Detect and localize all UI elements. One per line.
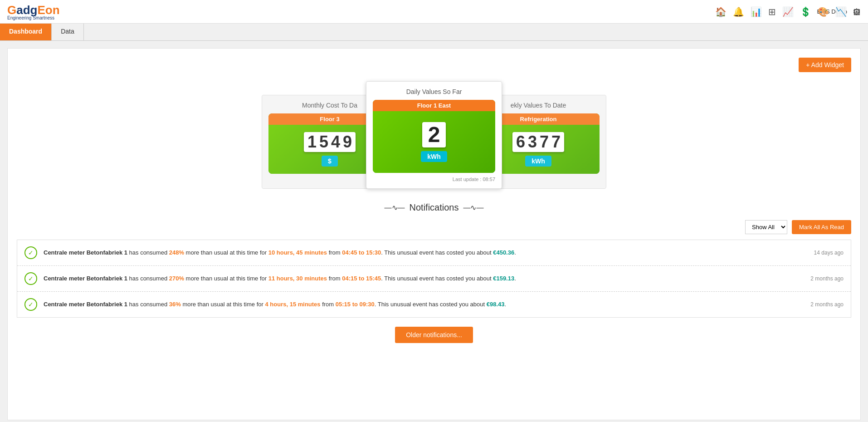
notification-text-2: Centrale meter Betonfabriek 1 has consum… [44,274,801,283]
notifications-title: —∿— Notifications —∿— [17,202,851,213]
digit-r1: 6 [515,134,526,150]
meter-unit-right: kWh [525,156,551,167]
add-widget-button[interactable]: + Add Widget [799,58,851,72]
notifications-heading: Notifications [410,202,459,213]
nav-bar: Dashboard Data [0,24,868,41]
digit-r2: 3 [527,134,538,150]
notification-row: ✓ Centrale meter Betonfabriek 1 has cons… [17,266,851,292]
check-icon-2: ✓ [24,272,37,285]
meter-display-center: 2 kWh [373,111,495,173]
grid-icon[interactable]: ⊞ [768,6,776,17]
meter-unit-center: kWh [421,151,447,162]
digit-r3: 7 [539,134,550,150]
line-chart-icon[interactable]: 📈 [782,6,794,17]
header-icons: 🏠 🔔 📊 ⊞ 📈 💲 🎨 📉 ⊞ [715,6,861,17]
main-content: + Add Widget Monthly Cost To Da Floor 3 … [7,48,861,420]
wave-right: —∿— [463,203,483,212]
palette-icon[interactable]: 🎨 [818,6,829,17]
digit-1: 1 [307,134,317,150]
toolbar-row: + Add Widget [17,58,851,77]
bell-icon[interactable]: 🔔 [733,6,744,17]
show-all-select[interactable]: Show All Unread Read [745,220,787,234]
home-icon[interactable]: 🏠 [715,6,727,17]
bar-chart-icon[interactable]: 📊 [751,6,762,17]
digit-4: 9 [342,134,353,150]
digit-r4: 7 [551,134,561,150]
wave-left: —∿— [385,203,405,212]
check-icon-1: ✓ [24,246,37,259]
dollar-icon[interactable]: 💲 [800,6,811,17]
widgets-area: Monthly Cost To Da Floor 3 1 5 4 9 $ Dai… [17,81,851,189]
check-icon-3: ✓ [24,298,37,311]
odometer: 1 5 4 9 [304,132,356,152]
notification-row: ✓ Centrale meter Betonfabriek 1 has cons… [17,292,851,317]
meter-container-center: Floor 1 East 2 kWh [373,100,495,173]
older-notifications-button[interactable]: Older notifications... [395,327,473,343]
notification-text-1: Centrale meter Betonfabriek 1 has consum… [44,248,805,257]
notification-time-3: 2 months ago [810,301,844,308]
notifications-list: ✓ Centrale meter Betonfabriek 1 has cons… [17,240,851,318]
area-chart-icon[interactable]: 📉 [835,6,847,17]
meter-unit: $ [322,156,338,167]
older-notifications-container: Older notifications... [17,327,851,343]
digit-3: 4 [330,134,341,150]
notification-row: ✓ Centrale meter Betonfabriek 1 has cons… [17,240,851,266]
notifications-section: —∿— Notifications —∿— Show All Unread Re… [17,202,851,343]
widget-daily-values: Daily Values So Far Floor 1 East 2 kWh L… [366,81,502,189]
last-update: Last update : 08:57 [373,177,495,182]
apps-icon[interactable]: ⊞ [853,6,861,17]
widget-title-center: Daily Values So Far [373,88,495,95]
nav-data[interactable]: Data [52,24,84,40]
digit-c1: 2 [425,124,443,146]
notification-text-3: Centrale meter Betonfabriek 1 has consum… [44,300,801,309]
logo: GadgEon Engineering Smartness [7,3,60,20]
notifications-controls: Show All Unread Read Mark All As Read [17,220,851,234]
mark-all-button[interactable]: Mark All As Read [792,220,851,234]
nav-dashboard[interactable]: Dashboard [0,24,52,40]
logo-text: GadgEon [7,3,60,17]
notification-time-2: 2 months ago [810,275,844,282]
digit-2: 5 [318,134,329,150]
meter-label-center: Floor 1 East [373,100,495,111]
odometer-center: 2 [422,122,446,147]
notification-time-1: 14 days ago [814,250,844,256]
odometer-right: 6 3 7 7 [512,132,564,152]
logo-subtitle: Engineering Smartness [7,15,60,20]
